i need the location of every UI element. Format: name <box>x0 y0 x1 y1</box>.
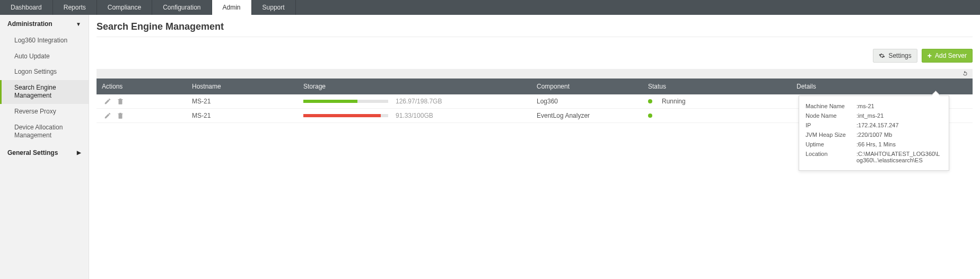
status-dot-icon <box>648 99 652 103</box>
col-header-hostname: Hostname <box>187 79 298 94</box>
tab-reports[interactable]: Reports <box>53 0 97 15</box>
popover-label: JVM Heap Size <box>806 132 856 138</box>
delete-icon[interactable] <box>117 98 124 105</box>
col-header-component: Component <box>531 79 643 94</box>
storage-text: 126.97/198.7GB <box>396 98 442 105</box>
popover-label: Location <box>806 151 856 163</box>
popover-value: :ms-21 <box>856 103 874 109</box>
sidebar-item-logon-settings[interactable]: Logon Settings <box>0 64 89 80</box>
page-title: Search Engine Management <box>97 20 973 37</box>
server-table-wrapper: Actions Hostname Storage Component Statu… <box>97 69 973 123</box>
add-server-button[interactable]: + Add Server <box>922 49 973 63</box>
popover-label: Uptime <box>806 141 856 147</box>
popover-value: :172.24.157.247 <box>856 122 899 128</box>
col-header-details: Details <box>791 79 973 94</box>
sidebar-item-log360-integration[interactable]: Log360 Integration <box>0 33 89 49</box>
edit-icon[interactable] <box>104 112 111 119</box>
top-nav: Dashboard Reports Compliance Configurati… <box>0 0 980 15</box>
edit-icon[interactable] <box>104 98 111 105</box>
delete-icon[interactable] <box>117 112 124 119</box>
storage-bar <box>303 114 388 117</box>
hostname-cell: MS-21 <box>187 109 298 123</box>
add-server-button-label: Add Server <box>935 52 967 59</box>
col-header-status: Status <box>643 79 791 94</box>
tab-configuration[interactable]: Configuration <box>152 0 212 15</box>
popover-label: Machine Name <box>806 103 856 109</box>
popover-value: :66 Hrs, 1 Mins <box>856 141 896 147</box>
status-text: Running <box>662 98 686 105</box>
content-area: Search Engine Management Settings + Add … <box>89 15 980 279</box>
component-cell: Log360 <box>531 94 643 109</box>
component-cell: EventLog Analyzer <box>531 109 643 123</box>
tab-admin[interactable]: Admin <box>212 0 252 15</box>
popover-value: :C:\MAHTO\LATEST_LOG360\Log360\..\elasti… <box>856 151 942 163</box>
details-popover: Machine Name:ms-21 Node Name:int_ms-21 I… <box>799 95 949 171</box>
sidebar-section-label: General Settings <box>7 149 58 156</box>
popover-value: :220/1007 Mb <box>856 132 892 138</box>
sidebar-item-search-engine-management[interactable]: Search Engine Management <box>0 80 89 104</box>
sidebar-section-general-settings[interactable]: General Settings ▶ <box>0 144 89 162</box>
col-header-storage: Storage <box>298 79 531 94</box>
plus-icon: + <box>928 52 932 59</box>
chevron-down-icon: ▼ <box>76 21 81 27</box>
popover-label: Node Name <box>806 112 856 119</box>
action-bar: Settings + Add Server <box>97 49 973 63</box>
tab-compliance[interactable]: Compliance <box>97 0 152 15</box>
sidebar-section-label: Administration <box>7 20 52 28</box>
hostname-cell: MS-21 <box>187 94 298 109</box>
storage-text: 91.33/100GB <box>396 112 433 119</box>
col-header-actions: Actions <box>97 79 187 94</box>
status-dot-icon <box>648 114 652 118</box>
chevron-right-icon: ▶ <box>77 150 81 155</box>
popover-label: IP <box>806 122 856 128</box>
sidebar-item-reverse-proxy[interactable]: Reverse Proxy <box>0 104 89 120</box>
settings-button-label: Settings <box>888 52 911 59</box>
sidebar: Administration ▼ Log360 Integration Auto… <box>0 15 89 279</box>
sidebar-item-auto-update[interactable]: Auto Update <box>0 49 89 65</box>
tab-support[interactable]: Support <box>252 0 296 15</box>
sidebar-item-device-allocation-management[interactable]: Device Allocation Management <box>0 120 89 144</box>
storage-bar <box>303 100 388 103</box>
refresh-icon[interactable] <box>962 71 968 77</box>
tab-dashboard[interactable]: Dashboard <box>0 0 53 15</box>
popover-value: :int_ms-21 <box>856 112 883 119</box>
gear-icon <box>879 53 885 59</box>
settings-button[interactable]: Settings <box>873 49 917 63</box>
sidebar-section-administration[interactable]: Administration ▼ <box>0 15 89 33</box>
